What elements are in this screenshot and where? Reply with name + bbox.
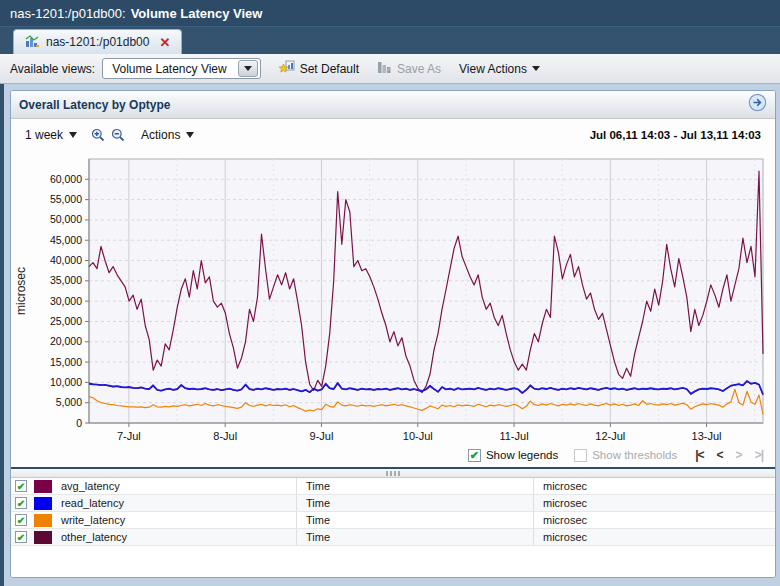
x-tick-label: 11-Jul — [499, 430, 528, 442]
close-icon[interactable]: ✕ — [159, 35, 170, 50]
page-next-button: > — [736, 448, 742, 462]
available-views-select[interactable]: Volume Latency View — [102, 58, 261, 79]
series-x-axis-type: Time — [297, 495, 534, 511]
chevron-down-icon — [532, 66, 540, 71]
y-tick-label: 35,000 — [50, 274, 82, 286]
actions-button[interactable]: Actions — [141, 128, 194, 142]
series-unit: microsec — [534, 480, 775, 492]
set-default-label: Set Default — [300, 62, 359, 76]
y-axis-label: microsec — [14, 267, 28, 315]
y-tick-label: 15,000 — [50, 356, 82, 368]
show-thresholds-label: Show thresholds — [592, 449, 677, 461]
show-legends-control[interactable]: ✔ Show legends — [468, 449, 558, 462]
save-as-button: Save As — [377, 60, 441, 77]
main-content: Overall Latency by Optype 1 week — [0, 84, 780, 586]
page-first-button[interactable]: |< — [695, 448, 703, 462]
series-color-swatch — [34, 480, 52, 493]
x-tick-label: 8-Jul — [213, 430, 237, 442]
titlebar-path: nas-1201:/p01db00: — [10, 6, 126, 21]
time-range-value: 1 week — [25, 128, 63, 142]
series-name: avg_latency — [61, 480, 120, 492]
y-tick-label: 60,000 — [50, 173, 82, 185]
series-name: write_latency — [61, 514, 125, 526]
y-tick-label: 0 — [76, 417, 82, 429]
zoom-out-button[interactable] — [111, 128, 125, 142]
y-tick-label: 45,000 — [50, 234, 82, 246]
view-actions-button[interactable]: View Actions — [459, 62, 540, 76]
set-default-icon — [279, 60, 295, 78]
y-tick-label: 50,000 — [50, 213, 82, 225]
available-views-value: Volume Latency View — [103, 62, 236, 76]
series-color-swatch — [34, 531, 52, 544]
show-thresholds-control: Show thresholds — [574, 449, 677, 462]
y-tick-label: 5,000 — [56, 396, 82, 408]
series-color-swatch — [34, 497, 52, 510]
page-prev-button[interactable]: < — [717, 448, 723, 462]
page-last-button: >| — [755, 448, 763, 462]
legend-row: ✔read_latencyTimemicrosec — [11, 495, 775, 512]
splitter-handle[interactable] — [11, 469, 775, 478]
series-x-axis-type: Time — [297, 529, 534, 545]
legend-row: ✔write_latencyTimemicrosec — [11, 512, 775, 529]
y-tick-label: 40,000 — [50, 254, 82, 266]
chart-icon — [25, 34, 40, 51]
y-tick-label: 30,000 — [50, 295, 82, 307]
tab-label: nas-1201:/p01db00 — [46, 35, 149, 49]
y-tick-label: 10,000 — [50, 376, 82, 388]
available-views-label: Available views: — [10, 62, 95, 76]
left-accent-strip — [0, 84, 4, 586]
series-name: read_latency — [61, 497, 124, 509]
chevron-down-icon — [186, 132, 194, 138]
panel-title: Overall Latency by Optype — [19, 98, 170, 112]
zoom-in-button[interactable] — [91, 128, 105, 142]
window-titlebar: nas-1201:/p01db00: Volume Latency View — [0, 0, 780, 26]
latency-panel: Overall Latency by Optype 1 week — [10, 90, 776, 578]
x-tick-label: 10-Jul — [403, 430, 433, 442]
x-tick-label: 12-Jul — [595, 430, 625, 442]
page-title: Volume Latency View — [131, 6, 263, 21]
legend-table-body: ✔avg_latencyTimemicrosec✔read_latencyTim… — [11, 478, 775, 577]
series-unit: microsec — [534, 531, 775, 543]
panel-header: Overall Latency by Optype — [11, 91, 775, 119]
set-default-button[interactable]: Set Default — [279, 60, 359, 78]
series-visible-checkbox[interactable]: ✔ — [15, 514, 27, 526]
time-range-button[interactable]: 1 week — [25, 128, 77, 142]
save-as-icon — [377, 60, 392, 77]
legend-controls-row: ✔ Show legends Show thresholds |< < > >| — [11, 443, 775, 469]
series-x-axis-type: Time — [297, 478, 534, 494]
series-x-axis-type: Time — [297, 512, 534, 528]
legend-row: ✔avg_latencyTimemicrosec — [11, 478, 775, 495]
tab-strip: nas-1201:/p01db00 ✕ — [0, 26, 780, 54]
pagination: |< < > >| — [695, 448, 763, 462]
chart-area: 05,00010,00015,00020,00025,00030,00035,0… — [11, 151, 775, 443]
chevron-down-icon[interactable] — [238, 60, 258, 77]
series-visible-checkbox[interactable]: ✔ — [15, 480, 27, 492]
x-tick-label: 13-Jul — [692, 430, 722, 442]
y-tick-label: 20,000 — [50, 335, 82, 347]
x-tick-label: 9-Jul — [310, 430, 334, 442]
tab-volume[interactable]: nas-1201:/p01db00 ✕ — [13, 29, 182, 54]
show-legends-label: Show legends — [486, 449, 558, 461]
series-visible-checkbox[interactable]: ✔ — [15, 531, 27, 543]
series-color-swatch — [34, 514, 52, 527]
expand-arrow-button[interactable] — [748, 93, 767, 116]
x-tick-label: 7-Jul — [117, 430, 141, 442]
actions-label: Actions — [141, 128, 180, 142]
series-unit: microsec — [534, 497, 775, 509]
series-name: other_latency — [61, 531, 127, 543]
y-tick-label: 25,000 — [50, 315, 82, 327]
series-unit: microsec — [534, 514, 775, 526]
show-thresholds-checkbox — [574, 449, 587, 462]
series-visible-checkbox[interactable]: ✔ — [15, 497, 27, 509]
show-legends-checkbox[interactable]: ✔ — [468, 449, 481, 462]
view-toolbar: Available views: Volume Latency View Set… — [0, 54, 780, 84]
date-range-label: Jul 06,11 14:03 - Jul 13,11 14:03 — [590, 129, 761, 141]
save-as-label: Save As — [397, 62, 441, 76]
chart-controls: 1 week Actions — [11, 119, 775, 151]
latency-chart[interactable]: 05,00010,00015,00020,00025,00030,00035,0… — [11, 151, 775, 443]
legend-row: ✔other_latencyTimemicrosec — [11, 529, 775, 546]
chevron-down-icon — [69, 132, 77, 138]
view-actions-label: View Actions — [459, 62, 527, 76]
y-tick-label: 55,000 — [50, 193, 82, 205]
